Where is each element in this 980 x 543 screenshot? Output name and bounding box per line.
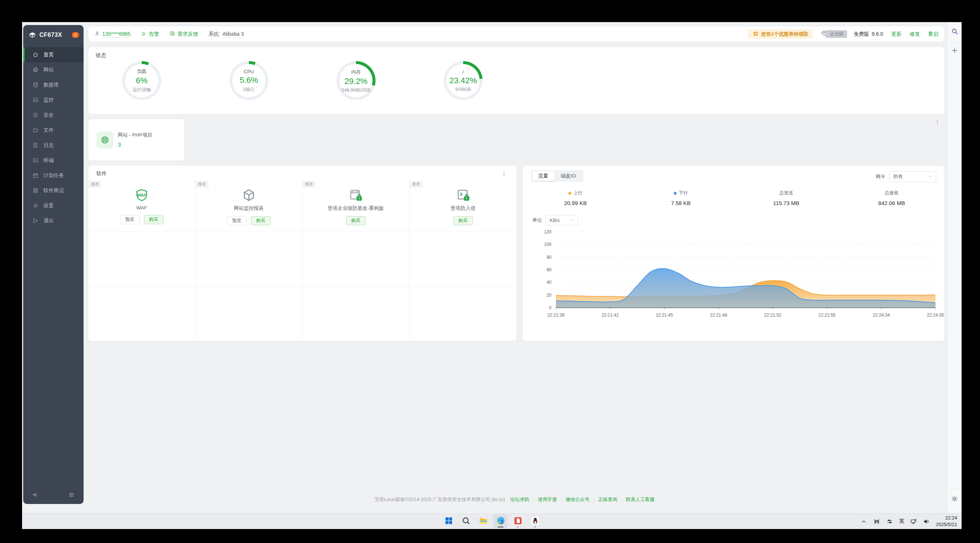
gauge-label: CPU [244, 69, 254, 74]
user-account[interactable]: 135****6965 [94, 30, 130, 38]
software-cell: 推荐 WAF WAF 预览购买 [88, 179, 196, 232]
taskbar-file-explorer[interactable] [476, 514, 491, 528]
add-icon[interactable] [951, 46, 959, 54]
site-php-card[interactable]: 网站 - PHP项目 3 [88, 119, 184, 161]
gauge-sub: 运行流畅 [132, 87, 151, 93]
user-phone[interactable]: 135****6965 [102, 31, 130, 38]
sidebar-item-label: 安全 [43, 112, 54, 119]
traffic-stat: 下行 7.58 KB [628, 190, 733, 206]
preview-button[interactable]: 预览 [120, 215, 140, 224]
system-os[interactable]: Alibaba 3 [222, 31, 244, 38]
status-gauge-1: CPU 5.6% 2核心 [229, 61, 268, 100]
tab-流量[interactable]: 流量 [532, 171, 554, 181]
top-bar: 135****6965 告警 需求反馈 系统: Alibaba 3 您有2个优惠… [88, 27, 944, 41]
taskbar-start[interactable] [441, 514, 456, 528]
plan-upgrade[interactable]: 企业版 [820, 29, 847, 39]
sidebar-item-globe[interactable]: 网站 [23, 62, 84, 77]
restart-button[interactable]: 重启 [928, 31, 939, 38]
software-name[interactable]: 堡塔企业级防篡改-重构版 [328, 205, 384, 212]
svg-text:40: 40 [547, 280, 552, 285]
buy-button[interactable]: 购买 [346, 216, 366, 225]
menu-list-icon[interactable] [68, 492, 75, 498]
footer-link-4[interactable]: 正版查询 [598, 497, 617, 502]
logo-row[interactable]: CF673X 0 [23, 25, 84, 43]
sidebar-item-folder[interactable]: 文件 [23, 123, 84, 138]
sidebar-item-settings[interactable]: 设置 [23, 198, 84, 213]
cube-icon [241, 187, 256, 204]
feedback-icon [169, 30, 175, 38]
taskbar-search[interactable] [459, 514, 473, 528]
sidebar-item-logout[interactable]: 退出 [23, 213, 84, 228]
tray-display-icon[interactable] [910, 518, 917, 525]
software-more-menu[interactable] [501, 171, 507, 178]
settings-gear-icon[interactable] [951, 495, 959, 503]
sidebar-item-label: 计划任务 [43, 172, 64, 179]
database-icon [32, 82, 39, 88]
message-count-badge[interactable]: 0 [72, 32, 79, 38]
software-name[interactable]: WAF [136, 205, 147, 210]
svg-text:120: 120 [544, 229, 552, 234]
home-more-menu[interactable] [934, 119, 940, 127]
traffic-card: 流量磁盘IO 网卡 所有 上行 20.99 KB下行 7.58 KB总发送 11… [523, 166, 944, 341]
alarm-link[interactable]: 告警 [141, 30, 159, 38]
topbar-right: 您有2个优惠券待领取 企业版 免费版 9.6.0 更新 修复 重启 [748, 29, 939, 39]
recommend-tag: 推荐 [302, 181, 316, 188]
date: 2025/5/21 [936, 521, 957, 528]
footer-link-3[interactable]: 微信公众号 [565, 497, 589, 502]
update-button[interactable]: 更新 [891, 31, 902, 38]
footer-link-2[interactable]: 使用手册 [538, 497, 557, 502]
sidebar-item-schedule[interactable]: 计划任务 [23, 168, 84, 183]
unit-select[interactable]: KB/s [546, 215, 578, 225]
search-icon[interactable] [951, 27, 959, 35]
svg-text:0: 0 [549, 305, 552, 311]
software-name[interactable]: 网站监控报表 [234, 205, 264, 212]
sidebar-item-monitor[interactable]: 监控 [23, 92, 84, 107]
globe-icon [97, 131, 113, 148]
taskbar-qq[interactable] [528, 514, 542, 528]
repair-button[interactable]: 修复 [910, 31, 920, 38]
tray-chevron-up-icon[interactable] [860, 518, 867, 525]
taskbar-edge-browser[interactable] [493, 514, 508, 528]
ime-indicator[interactable]: 英 [899, 518, 904, 525]
software-cell-empty [302, 232, 410, 287]
buy-button[interactable]: 购买 [251, 216, 270, 225]
store-icon [32, 187, 39, 194]
site-count[interactable]: 3 [118, 142, 121, 148]
alarm-icon [141, 30, 146, 38]
footer-link-1[interactable]: 论坛求助 [510, 497, 529, 502]
software-name[interactable]: 堡塔防入侵 [450, 205, 476, 212]
sidebar-item-shield[interactable]: 安全 [23, 107, 84, 123]
taskbar-office-app[interactable] [511, 514, 525, 528]
sidebar-item-store[interactable]: 软件商店 [23, 183, 84, 198]
sidebar-item-terminal[interactable]: 终端 [23, 153, 84, 168]
coupon-banner[interactable]: 您有2个优惠券待领取 [748, 29, 813, 39]
stat-value: 842.06 MB [839, 200, 944, 206]
win-search-icon [461, 516, 471, 527]
svg-text:20: 20 [547, 293, 552, 298]
tray-m-badge-icon[interactable] [873, 518, 880, 525]
tray-sliders-icon[interactable] [886, 518, 893, 525]
nic-select[interactable]: 所有 [889, 171, 936, 182]
traffic-tabs: 流量磁盘IO [531, 170, 583, 182]
desktop-screen: CF673X 0 首页 网站 数据库 监控 安全 文件 日志 终端 [22, 22, 962, 529]
sidebar-item-database[interactable]: 数据库 [23, 77, 84, 92]
footer-link-5[interactable]: 联系人工客服 [626, 497, 655, 502]
software-cell-empty [88, 232, 196, 287]
settings-icon [32, 202, 39, 209]
stat-label: 总接收 [885, 190, 899, 196]
stat-label: 上行 [574, 190, 583, 196]
sidebar-item-home[interactable]: 首页 [23, 47, 84, 62]
buy-button[interactable]: 购买 [453, 216, 473, 225]
svg-text:WAF: WAF [137, 193, 146, 197]
sidebar-item-log[interactable]: 日志 [23, 138, 84, 153]
collapse-sidebar-icon[interactable] [31, 492, 38, 498]
tray-speaker-icon[interactable] [923, 518, 930, 525]
preview-button[interactable]: 预览 [227, 216, 247, 225]
buy-button[interactable]: 购买 [144, 215, 164, 224]
software-cell: 推荐 网站监控报表 预览购买 [196, 179, 302, 232]
bt-logo-icon [29, 31, 37, 39]
sidebar-item-label: 设置 [43, 202, 54, 209]
clock[interactable]: 22:242025/5/21 [936, 515, 957, 527]
feedback-link[interactable]: 需求反馈 [169, 30, 198, 38]
tab-磁盘IO[interactable]: 磁盘IO [554, 171, 582, 181]
